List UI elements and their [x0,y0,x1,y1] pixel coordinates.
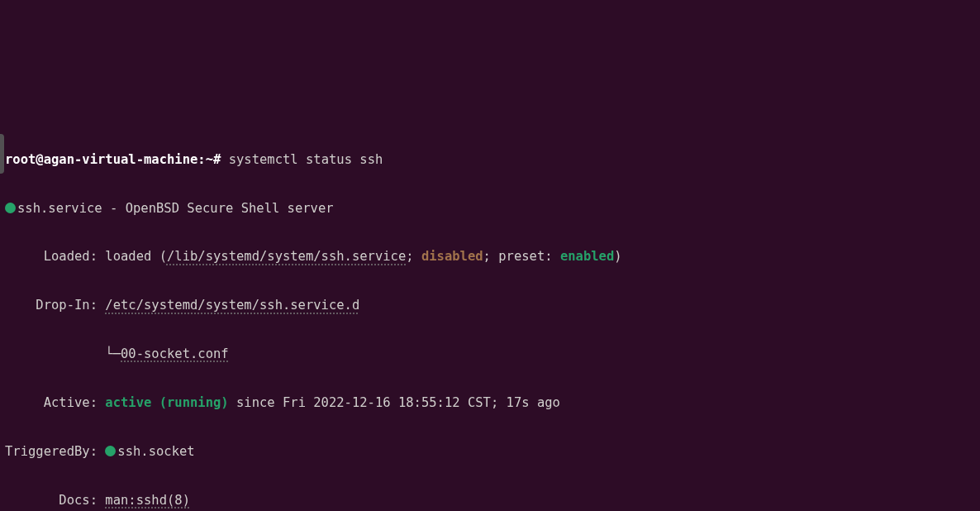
unit-line: ssh.service - OpenBSD Secure Shell serve… [5,197,977,221]
docs-line: Docs: man:sshd(8) [5,489,977,511]
unit-dash: - [102,201,126,216]
dropin-line: Drop-In: /etc/systemd/system/ssh.service… [5,294,977,318]
loaded-sep1: ; [406,249,421,264]
triggered-dot-icon [105,446,116,456]
status-disabled: disabled [421,249,483,264]
loaded-path-link[interactable]: /lib/systemd/system/ssh.service [167,249,406,264]
docs-link-1[interactable]: man:sshd(8) [105,493,190,508]
loaded-pre: loaded ( [105,249,167,264]
loaded-post: ) [614,249,621,264]
dropin-file-link[interactable]: 00-socket.conf [121,346,229,361]
preset-enabled: enabled [560,249,614,264]
triggered-value: ssh.socket [117,444,194,459]
status-dot-icon [5,203,16,213]
triggered-line: TriggeredBy: ssh.socket [5,440,977,464]
dropin-dir-link[interactable]: /etc/systemd/system/ssh.service.d [105,298,359,313]
terminal-prompt-line[interactable]: root@agan-virtual-machine:~# systemctl s… [5,148,977,172]
active-line: Active: active (running) since Fri 2022-… [5,391,977,415]
left-scroll-hint [0,134,4,174]
loaded-sep2: ; preset: [483,249,560,264]
tree-branch-icon: └─ [105,346,121,361]
triggered-label: TriggeredBy: [5,444,105,459]
loaded-label: Loaded: [5,249,105,264]
prompt-sep: : [197,152,205,167]
unit-desc: OpenBSD Secure Shell server [126,201,334,216]
loaded-line: Loaded: loaded (/lib/systemd/system/ssh.… [5,245,977,269]
unit-name: ssh.service [17,201,102,216]
active-since: since Fri 2022-12-16 18:55:12 CST; 17s a… [229,395,560,410]
prompt-user: root@agan-virtual-machine [5,152,197,167]
dropin-label: Drop-In: [5,298,105,313]
docs-label: Docs: [5,493,105,508]
command-text: systemctl status ssh [229,152,383,167]
dropin-indent [5,346,105,361]
dropin-file-line: └─00-socket.conf [5,342,977,366]
prompt-hash: # [213,152,229,167]
active-status: active (running) [105,395,228,410]
active-label: Active: [5,395,105,410]
prompt-path: ~ [206,152,213,167]
